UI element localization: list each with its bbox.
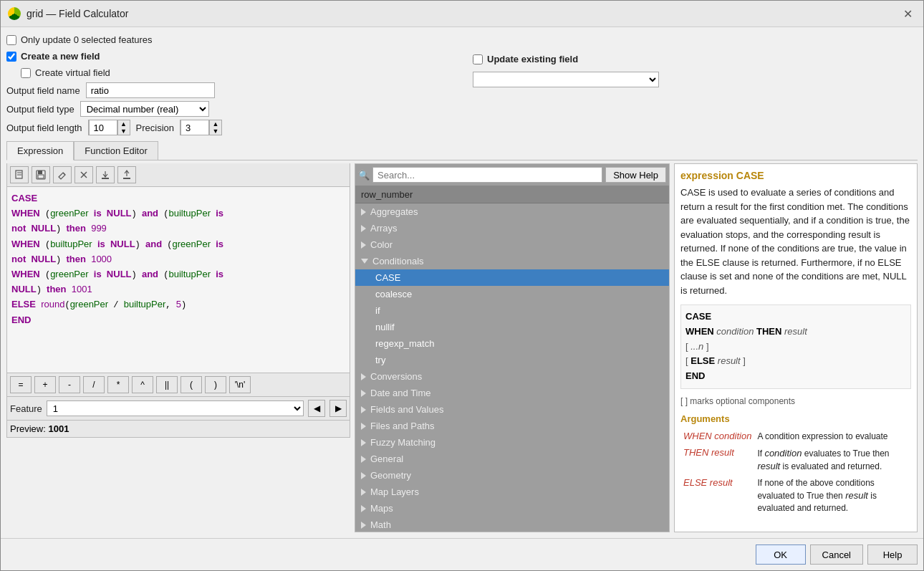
edit-expression-button[interactable] bbox=[53, 166, 72, 183]
length-down-arrow[interactable]: ▼ bbox=[118, 128, 130, 135]
category-maps-label: Maps bbox=[370, 503, 393, 514]
window-title: grid — Field Calculator bbox=[27, 8, 128, 19]
create-new-field-row: Create a new field bbox=[6, 49, 451, 63]
function-list-panel: 🔍 Show Help row_number Aggregates bbox=[355, 163, 670, 532]
func-item-try[interactable]: try bbox=[355, 352, 669, 368]
func-item-nullif[interactable]: nullif bbox=[355, 319, 669, 335]
category-map-layers[interactable]: Map Layers bbox=[355, 484, 669, 500]
arrays-expand-icon bbox=[361, 225, 366, 232]
cancel-button[interactable]: Cancel bbox=[810, 544, 863, 565]
output-field-type-select[interactable]: Decimal number (real) bbox=[80, 101, 209, 117]
search-input[interactable] bbox=[372, 167, 602, 183]
create-new-field-checkbox[interactable] bbox=[6, 52, 16, 62]
feature-label: Feature bbox=[10, 403, 42, 414]
output-type-row: Output field type Decimal number (real) bbox=[6, 101, 451, 117]
arg-when-name: WHEN condition bbox=[680, 428, 754, 445]
category-general[interactable]: General bbox=[355, 451, 669, 467]
arg-when-desc: A condition expression to evaluate bbox=[754, 428, 911, 445]
output-field-length-label: Output field length bbox=[6, 123, 82, 133]
arg-then-desc: If condition evaluates to True then resu… bbox=[754, 445, 911, 475]
output-length-spinbox[interactable]: ▲ ▼ bbox=[88, 120, 130, 135]
arg-then-name: THEN result bbox=[680, 445, 754, 475]
help-panel: expression CASE CASE is used to evaluate… bbox=[674, 163, 918, 532]
category-fuzzy-matching[interactable]: Fuzzy Matching bbox=[355, 434, 669, 451]
category-math[interactable]: Math bbox=[355, 517, 669, 532]
category-files-paths[interactable]: Files and Paths bbox=[355, 418, 669, 434]
op-plus[interactable]: + bbox=[34, 376, 56, 393]
search-icon: 🔍 bbox=[358, 170, 370, 181]
op-power[interactable]: ^ bbox=[132, 376, 153, 393]
arguments-table: WHEN condition A condition expression to… bbox=[680, 428, 911, 517]
precision-down-arrow[interactable]: ▼ bbox=[210, 128, 221, 135]
length-up-arrow[interactable]: ▲ bbox=[118, 120, 130, 128]
help-button[interactable]: Help bbox=[867, 544, 918, 565]
syntax-line-else: [ ELSE result ] bbox=[685, 354, 906, 369]
color-expand-icon bbox=[361, 241, 366, 249]
category-arrays[interactable]: Arrays bbox=[355, 220, 669, 236]
new-expression-button[interactable] bbox=[10, 166, 29, 183]
output-name-row: Output field name bbox=[6, 82, 451, 98]
category-fields-values[interactable]: Fields and Values bbox=[355, 401, 669, 418]
op-newline[interactable]: '\n' bbox=[229, 376, 251, 393]
tab-function-editor[interactable]: Function Editor bbox=[74, 141, 158, 160]
list-item-row-number[interactable]: row_number bbox=[355, 186, 669, 203]
help-note: [ ] marks optional components bbox=[680, 396, 911, 406]
create-virtual-checkbox[interactable] bbox=[21, 68, 31, 78]
op-lparen[interactable]: ( bbox=[181, 376, 202, 393]
func-coalesce-label: coalesce bbox=[375, 289, 412, 299]
dialog-body: Only update 0 selected features Create a… bbox=[1, 27, 923, 538]
category-files-paths-label: Files and Paths bbox=[370, 421, 435, 431]
svg-rect-9 bbox=[102, 178, 109, 179]
export-expression-button[interactable] bbox=[117, 166, 136, 183]
category-date-time[interactable]: Date and Time bbox=[355, 385, 669, 401]
help-description: CASE is used to evaluate a series of con… bbox=[680, 186, 911, 297]
title-bar: grid — Field Calculator ✕ bbox=[1, 1, 923, 27]
import-expression-button[interactable] bbox=[96, 166, 115, 183]
precision-spinbox[interactable]: ▲ ▼ bbox=[180, 120, 222, 135]
op-minus[interactable]: - bbox=[59, 376, 80, 393]
spinbox-arrows: ▲ ▼ bbox=[117, 120, 130, 135]
tabs: Expression Function Editor bbox=[6, 141, 918, 160]
syntax-line-n: [ ...n ] bbox=[685, 340, 906, 355]
func-item-regexp-match[interactable]: regexp_match bbox=[355, 335, 669, 352]
next-feature-button[interactable]: ▶ bbox=[329, 400, 347, 417]
category-aggregates[interactable]: Aggregates bbox=[355, 203, 669, 220]
syntax-line-when: WHEN condition THEN result bbox=[685, 325, 906, 340]
category-color[interactable]: Color bbox=[355, 236, 669, 253]
op-multiply[interactable]: * bbox=[107, 376, 129, 393]
preview-value: 1001 bbox=[48, 423, 69, 434]
precision-input[interactable] bbox=[181, 120, 209, 135]
category-general-label: General bbox=[370, 454, 403, 464]
save-expression-button[interactable] bbox=[32, 166, 50, 183]
existing-field-select[interactable] bbox=[473, 72, 659, 87]
category-maps[interactable]: Maps bbox=[355, 500, 669, 517]
op-concat[interactable]: || bbox=[156, 376, 178, 393]
date-time-expand-icon bbox=[361, 390, 366, 397]
output-field-name-input[interactable] bbox=[86, 82, 215, 98]
op-rparen[interactable]: ) bbox=[205, 376, 226, 393]
expression-text-area[interactable]: CASE WHEN (greenPer is NULL) and (builtu… bbox=[6, 187, 350, 373]
feature-select[interactable]: 1 bbox=[47, 400, 304, 416]
category-conditionals[interactable]: Conditionals bbox=[355, 253, 669, 269]
prev-feature-button[interactable]: ◀ bbox=[308, 400, 325, 417]
op-equals[interactable]: = bbox=[10, 376, 32, 393]
op-divide[interactable]: / bbox=[83, 376, 105, 393]
precision-up-arrow[interactable]: ▲ bbox=[210, 120, 221, 128]
func-item-coalesce[interactable]: coalesce bbox=[355, 286, 669, 302]
output-field-name-label: Output field name bbox=[6, 85, 80, 96]
ok-button[interactable]: OK bbox=[756, 544, 806, 565]
close-button[interactable]: ✕ bbox=[899, 5, 916, 22]
tab-expression[interactable]: Expression bbox=[6, 141, 74, 160]
func-item-case[interactable]: CASE bbox=[355, 269, 669, 286]
func-item-if[interactable]: if bbox=[355, 302, 669, 319]
panel-wrapper: CASE WHEN (greenPer is NULL) and (builtu… bbox=[6, 163, 918, 532]
category-conversions[interactable]: Conversions bbox=[355, 368, 669, 385]
category-geometry[interactable]: Geometry bbox=[355, 467, 669, 484]
show-help-button[interactable]: Show Help bbox=[605, 167, 666, 183]
update-existing-checkbox[interactable] bbox=[473, 54, 483, 64]
update-selected-label: Only update 0 selected features bbox=[21, 34, 153, 45]
delete-expression-button[interactable] bbox=[74, 166, 93, 183]
bottom-buttons: OK Cancel Help bbox=[1, 538, 923, 570]
output-length-input[interactable] bbox=[89, 120, 117, 135]
update-selected-checkbox[interactable] bbox=[6, 35, 16, 45]
